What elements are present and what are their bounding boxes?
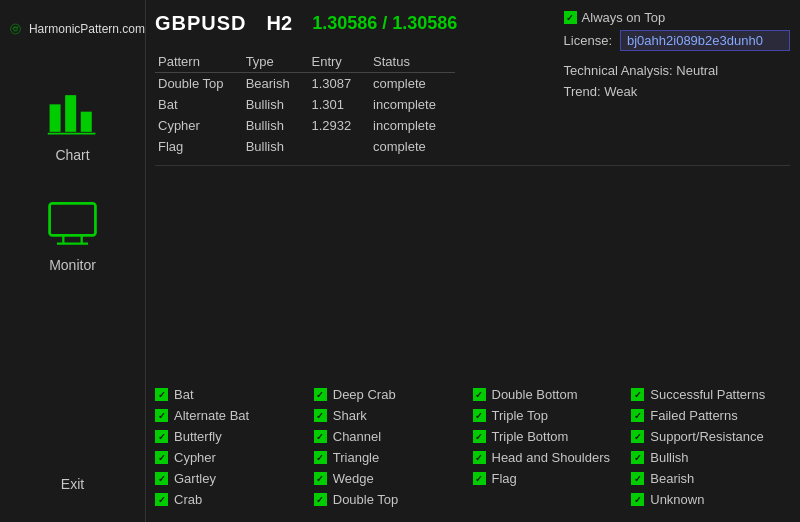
checkbox-item[interactable]: Failed Patterns (631, 408, 790, 423)
technical-info: Technical Analysis: Neutral Trend: Weak (564, 61, 790, 103)
checkbox-item[interactable]: Alternate Bat (155, 408, 314, 423)
checkbox-label: Bullish (650, 450, 688, 465)
checkbox-label: Head and Shoulders (492, 450, 611, 465)
always-on-top-checkbox[interactable] (564, 11, 577, 24)
price: 1.30586 / 1.30586 (312, 13, 457, 34)
cell-pattern: Double Top (155, 73, 243, 95)
always-on-top-label: Always on Top (582, 10, 666, 25)
checkbox[interactable] (631, 430, 644, 443)
checkbox-item[interactable]: Successful Patterns (631, 387, 790, 402)
license-input[interactable] (620, 30, 790, 51)
checkbox[interactable] (473, 472, 486, 485)
table-row: Double TopBearish1.3087complete (155, 73, 455, 95)
checkbox-item[interactable]: Crab (155, 492, 314, 507)
cell-entry (309, 136, 371, 157)
checkbox-item[interactable]: Cypher (155, 450, 314, 465)
checkbox-item[interactable]: Triangle (314, 450, 473, 465)
top-right-panel: Always on Top License: Technical Analysi… (564, 10, 790, 103)
checkbox-label: Triple Top (492, 408, 548, 423)
exit-button[interactable]: Exit (61, 476, 84, 492)
checkbox[interactable] (314, 493, 327, 506)
col-type: Type (243, 51, 309, 73)
monitor-label: Monitor (49, 257, 96, 273)
checkbox-col-2: Deep CrabSharkChannelTriangleWedgeDouble… (314, 387, 473, 507)
sidebar: HarmonicPattern.com Chart Monitor Exit (0, 0, 145, 522)
checkbox-label: Alternate Bat (174, 408, 249, 423)
header: GBPUSD H2 1.30586 / 1.30586 Always on To… (145, 0, 800, 43)
checkbox-item[interactable]: Triple Bottom (473, 429, 632, 444)
checkbox[interactable] (473, 451, 486, 464)
checkbox[interactable] (473, 388, 486, 401)
cell-entry: 1.3087 (309, 73, 371, 95)
symbol: GBPUSD (155, 12, 247, 35)
checkbox-item[interactable]: Gartley (155, 471, 314, 486)
timeframe: H2 (267, 12, 293, 35)
checkbox[interactable] (631, 409, 644, 422)
checkbox-item[interactable]: Deep Crab (314, 387, 473, 402)
col-entry: Entry (309, 51, 371, 73)
checkbox-item[interactable]: Channel (314, 429, 473, 444)
chart-label: Chart (55, 147, 89, 163)
col-status: Status (370, 51, 455, 73)
trend: Trend: Weak (564, 82, 790, 103)
always-on-top-row: Always on Top (564, 10, 790, 25)
checkbox-item[interactable]: Bullish (631, 450, 790, 465)
checkbox[interactable] (155, 430, 168, 443)
checkboxes-section: BatAlternate BatButterflyCypherGartleyCr… (145, 377, 800, 522)
sidebar-item-monitor[interactable]: Monitor (43, 193, 103, 273)
cell-type: Bullish (243, 115, 309, 136)
checkbox[interactable] (631, 451, 644, 464)
checkbox-item[interactable]: Butterfly (155, 429, 314, 444)
checkbox-col-1: BatAlternate BatButterflyCypherGartleyCr… (155, 387, 314, 507)
checkbox[interactable] (155, 409, 168, 422)
checkbox-label: Unknown (650, 492, 704, 507)
checkbox[interactable] (155, 451, 168, 464)
chart-icon (43, 83, 103, 143)
checkbox[interactable] (473, 409, 486, 422)
checkbox[interactable] (473, 430, 486, 443)
checkbox-item[interactable]: Unknown (631, 492, 790, 507)
checkbox-item[interactable]: Shark (314, 408, 473, 423)
checkbox-item[interactable]: Bat (155, 387, 314, 402)
checkbox[interactable] (155, 472, 168, 485)
checkbox[interactable] (314, 409, 327, 422)
checkbox-label: Support/Resistance (650, 429, 763, 444)
cell-type: Bullish (243, 94, 309, 115)
table-header: Pattern Type Entry Status (155, 51, 455, 73)
checkbox-label: Channel (333, 429, 381, 444)
checkbox-col-4: Successful PatternsFailed PatternsSuppor… (631, 387, 790, 507)
checkbox-label: Crab (174, 492, 202, 507)
checkbox-item[interactable]: Support/Resistance (631, 429, 790, 444)
checkbox[interactable] (314, 388, 327, 401)
logo-area: HarmonicPattern.com (0, 10, 145, 48)
svg-rect-4 (81, 111, 92, 131)
checkbox-item[interactable]: Triple Top (473, 408, 632, 423)
cell-pattern: Flag (155, 136, 243, 157)
checkbox-item[interactable]: Double Top (314, 492, 473, 507)
sidebar-item-chart[interactable]: Chart (43, 83, 103, 163)
checkbox-label: Cypher (174, 450, 216, 465)
checkbox-label: Deep Crab (333, 387, 396, 402)
checkbox-item[interactable]: Wedge (314, 471, 473, 486)
checkbox[interactable] (631, 388, 644, 401)
checkbox[interactable] (314, 472, 327, 485)
checkbox[interactable] (155, 493, 168, 506)
checkbox[interactable] (314, 430, 327, 443)
checkbox[interactable] (155, 388, 168, 401)
svg-point-0 (11, 24, 21, 34)
svg-rect-2 (50, 104, 61, 131)
checkbox[interactable] (631, 472, 644, 485)
checkbox[interactable] (314, 451, 327, 464)
checkbox-item[interactable]: Flag (473, 471, 632, 486)
checkbox-label: Triple Bottom (492, 429, 569, 444)
checkbox-label: Shark (333, 408, 367, 423)
checkbox-item[interactable]: Double Bottom (473, 387, 632, 402)
checkbox[interactable] (631, 493, 644, 506)
checkbox-item[interactable]: Bearish (631, 471, 790, 486)
license-row: License: (564, 30, 790, 51)
checkbox-item[interactable]: Head and Shoulders (473, 450, 632, 465)
checkbox-col-3: Double BottomTriple TopTriple BottomHead… (473, 387, 632, 507)
checkbox-label: Failed Patterns (650, 408, 737, 423)
table-body: Double TopBearish1.3087completeBatBullis… (155, 73, 455, 158)
cell-type: Bearish (243, 73, 309, 95)
